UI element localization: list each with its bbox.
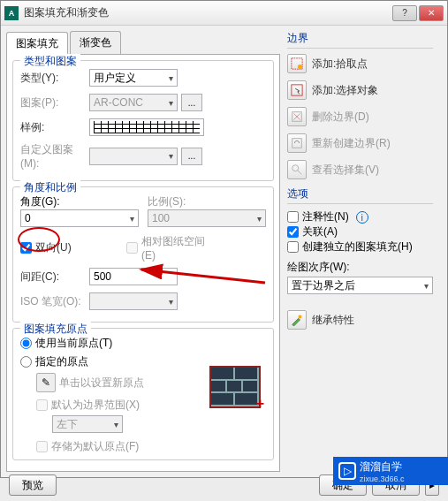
type-combo[interactable]: 用户定义 [89,69,178,87]
svg-rect-6 [292,139,302,148]
specified-origin-label: 指定的原点 [35,354,88,369]
svg-line-8 [298,171,301,174]
click-new-origin-label: 单击以设置新原点 [59,376,144,391]
watermark-url: zixue.3d66.c [360,474,405,483]
group-angle-scale: 角度和比例 角度(G): 0 比例(S): 100 [12,186,274,323]
independent-label: 创建独立的图案填充(H) [302,239,413,254]
pattern-browse-button[interactable]: ... [181,94,202,111]
store-default-checkbox [36,441,48,452]
type-label: 类型(Y): [20,71,89,86]
annotative-checkbox[interactable] [287,211,299,223]
use-current-origin-label: 使用当前原点(T) [35,336,112,351]
group-title: 类型和图案 [20,54,80,69]
tab-gradient[interactable]: 渐变色 [70,31,121,54]
paperspace-label: 相对图纸空间(E) [141,234,210,262]
titlebar: A 图案填充和渐变色 ? ✕ [1,1,447,26]
angle-combo[interactable]: 0 [20,209,139,227]
svg-point-1 [298,65,302,69]
pattern-label: 图案(P): [20,95,89,110]
default-extents-checkbox [36,399,48,411]
group-type-pattern: 类型和图案 类型(Y): 用户定义 图案(P): AR-CONC ... 样例: [12,60,274,181]
app-icon: A [4,6,19,20]
inherit-icon[interactable] [287,310,307,330]
close-button[interactable]: ✕ [419,5,444,21]
view-selection-icon [287,160,307,179]
watermark-name: 溜溜自学 [360,459,405,474]
delete-boundary-icon [287,107,307,126]
scale-combo: 100 [148,209,266,227]
watermark: ▷ 溜溜自学 zixue.3d66.c [333,457,448,485]
preview-button[interactable]: 预览 [9,474,57,496]
sample-swatch[interactable] [89,118,204,136]
iso-label: ISO 笔宽(O): [20,294,89,309]
delete-boundary-label: 删除边界(D) [312,110,369,125]
annotative-label: 注释性(N) [302,209,349,224]
draworder-label: 绘图次序(W): [287,261,350,273]
sample-label: 样例: [20,120,89,135]
recreate-boundary-label: 重新创建边界(R) [312,136,391,151]
svg-rect-9 [299,315,302,319]
draworder-combo[interactable]: 置于边界之后 [287,277,433,294]
group-title: 图案填充原点 [20,322,91,337]
info-icon[interactable]: i [356,211,368,224]
svg-point-7 [292,165,299,171]
specified-origin-radio[interactable] [20,356,32,368]
add-pick-icon[interactable] [287,54,307,73]
store-default-label: 存储为默认原点(F) [51,439,139,454]
bidirectional-checkbox[interactable] [20,242,32,254]
group-title: 角度和比例 [20,180,80,195]
independent-checkbox[interactable] [287,241,299,253]
spacing-label: 间距(C): [20,269,89,285]
use-current-origin-radio[interactable] [20,338,32,349]
tab-strip: 图案填充 渐变色 [6,31,280,55]
add-select-icon[interactable] [287,80,307,100]
group-origin: 图案填充原点 使用当前原点(T) 指定的原点 ✎ 单击以设置新原点 [12,328,274,460]
origin-position-combo: 左下 [52,415,123,433]
default-extents-label: 默认为边界范围(X) [51,398,140,413]
play-icon: ▷ [338,462,356,480]
custom-browse-button: ... [181,148,202,165]
help-button[interactable]: ? [392,5,417,21]
origin-preview-tile: + [209,366,261,408]
window-title: 图案填充和渐变色 [24,5,392,20]
angle-label: 角度(G): [20,195,60,208]
inherit-label[interactable]: 继承特性 [312,313,354,328]
add-pick-label[interactable]: 添加:拾取点 [312,57,368,72]
associative-checkbox[interactable] [287,226,299,238]
pattern-combo: AR-CONC [89,94,178,111]
bidirectional-label: 双向(U) [35,240,104,255]
spacing-input[interactable] [89,268,178,285]
paperspace-checkbox [126,242,138,254]
svg-rect-2 [292,85,302,95]
custom-pattern-combo [89,148,178,165]
associative-label: 关联(A) [302,224,338,239]
tab-fill[interactable]: 图案填充 [6,32,68,55]
custom-pattern-label: 自定义图案(M): [20,142,89,170]
options-title: 选项 [287,186,433,204]
scale-label: 比例(S): [148,195,186,208]
boundary-title: 边界 [287,31,433,49]
set-origin-icon: ✎ [36,373,56,392]
view-selection-label: 查看选择集(V) [312,163,379,178]
iso-combo [89,292,178,310]
recreate-boundary-icon [287,133,307,153]
add-select-label[interactable]: 添加:选择对象 [312,83,378,98]
